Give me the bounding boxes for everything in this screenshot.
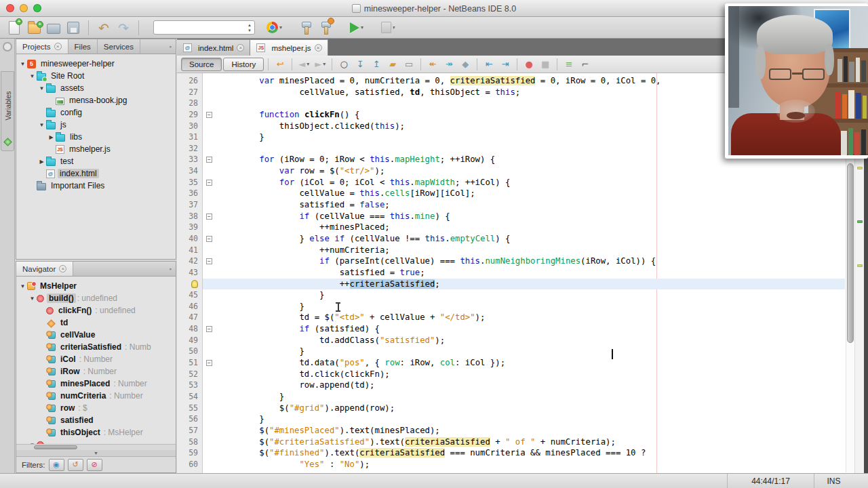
collapse-fold-icon[interactable]: − bbox=[206, 236, 212, 242]
back-button[interactable]: ◄▾ bbox=[296, 58, 311, 71]
close-icon[interactable]: × bbox=[315, 44, 322, 52]
code-text[interactable]: td = $("<td>" + cellValue + "</td>"); bbox=[219, 312, 845, 323]
hint-lightbulb-icon[interactable] bbox=[191, 280, 198, 288]
code-text[interactable]: for (iCol = 0; iCol < this.mapWidth; ++i… bbox=[219, 177, 845, 188]
collapse-fold-icon[interactable]: − bbox=[206, 258, 212, 264]
next-bookmark-button[interactable]: ↠ bbox=[441, 58, 456, 71]
code-text[interactable]: row.append(td); bbox=[219, 380, 845, 391]
save-all-button[interactable] bbox=[64, 19, 82, 37]
toggle-bookmark-button[interactable]: ◆ bbox=[458, 58, 473, 71]
code-text[interactable]: $("#minesPlaced").text(minesPlaced); bbox=[219, 425, 845, 436]
navigator-horizontal-scrollbar[interactable] bbox=[16, 444, 176, 450]
minimize-panel-button[interactable]: ▪ bbox=[165, 39, 176, 54]
minimized-window-button[interactable] bbox=[3, 42, 12, 52]
code-line-51[interactable]: 51− td.data("pos", { row: iRow, col: iCo… bbox=[177, 357, 845, 369]
project-item-index-html[interactable]: @index.html bbox=[38, 167, 176, 180]
forward-button[interactable]: ►▾ bbox=[313, 58, 328, 71]
code-fold-handle[interactable]: − bbox=[203, 154, 219, 165]
debug-project-button[interactable]: ▾ bbox=[379, 19, 397, 37]
scrollbar-thumb[interactable] bbox=[847, 163, 854, 343]
last-edit-location-button[interactable]: ↩ bbox=[273, 58, 288, 71]
open-project-button[interactable] bbox=[45, 19, 62, 37]
filter-show-inherited-button[interactable]: ↺ bbox=[68, 459, 83, 471]
code-text[interactable]: } bbox=[219, 346, 845, 357]
start-macro-recording-button[interactable]: ● bbox=[521, 58, 536, 71]
code-line-53[interactable]: 53 row.append(td); bbox=[177, 380, 845, 391]
code-fold-handle[interactable]: − bbox=[203, 357, 219, 369]
collapse-fold-icon[interactable]: − bbox=[206, 157, 212, 163]
project-item-important-files[interactable]: Important Files bbox=[28, 180, 176, 192]
code-line-58[interactable]: 58 $("#criteriaSatisfied").text(criteria… bbox=[177, 436, 845, 448]
comment-lines-button[interactable]: ≡ bbox=[561, 58, 576, 71]
variables-window-tab[interactable]: Variables bbox=[1, 71, 14, 151]
filter-show-fields-button[interactable]: ◉ bbox=[49, 459, 64, 471]
find-next-occurrence-button[interactable]: ↧ bbox=[353, 58, 368, 71]
build-project-button[interactable] bbox=[297, 19, 315, 37]
expand-arrow-icon[interactable]: ▼ bbox=[28, 73, 36, 79]
project-item-test[interactable]: ▶test bbox=[38, 155, 176, 167]
dropdown-arrow-icon[interactable]: ▾ bbox=[393, 24, 395, 30]
project-item-config[interactable]: config bbox=[38, 106, 176, 119]
stop-macro-recording-button[interactable]: ■ bbox=[538, 58, 553, 71]
navigator-item-build[interactable]: ▼build() : undefined bbox=[28, 292, 176, 304]
navigator-item-td[interactable]: td bbox=[38, 317, 176, 329]
configuration-combo[interactable]: ▲ ▼ bbox=[153, 20, 255, 35]
code-fold-handle[interactable]: − bbox=[203, 256, 219, 267]
code-line-37[interactable]: 37 satisfied = false; bbox=[177, 199, 845, 211]
uncomment-lines-button[interactable]: ⌐ bbox=[578, 58, 593, 71]
dropdown-arrow-icon[interactable]: ▾ bbox=[361, 24, 363, 30]
clean-build-project-button[interactable] bbox=[317, 19, 334, 37]
run-project-button[interactable]: ▾ bbox=[348, 19, 366, 37]
new-project-button[interactable]: + bbox=[25, 19, 43, 37]
code-line-49[interactable]: 49 td.addClass("satisfied"); bbox=[177, 335, 845, 346]
close-icon[interactable]: × bbox=[54, 43, 62, 50]
navigator-item-icol[interactable]: iCol : Number bbox=[38, 353, 176, 365]
code-text[interactable]: "Yes" : "No"); bbox=[219, 459, 845, 470]
navigator-item-numcriteria[interactable]: numCriteria : Number bbox=[38, 390, 176, 402]
error-stripe-mark[interactable] bbox=[857, 220, 863, 223]
code-line-47[interactable]: 47 td = $("<td>" + cellValue + "</td>"); bbox=[177, 312, 845, 323]
code-fold-handle[interactable]: − bbox=[203, 177, 219, 188]
navigator-item-thisobject[interactable]: thisObject : MsHelper bbox=[38, 426, 176, 439]
navigator-item-mshelper[interactable]: ▼MsHelper bbox=[19, 280, 176, 292]
project-item-assets[interactable]: ▼assets bbox=[38, 82, 176, 94]
code-line-38[interactable]: 38− if (cellValue === this.mine) { bbox=[177, 211, 845, 222]
code-fold-handle[interactable]: − bbox=[203, 109, 219, 121]
code-text[interactable]: } else if (cellValue !== this.emptyCell)… bbox=[219, 233, 845, 245]
code-text[interactable]: td.click(clickFn); bbox=[219, 369, 845, 380]
code-text[interactable]: } bbox=[219, 391, 845, 403]
code-line-50[interactable]: 50 } bbox=[177, 346, 845, 357]
project-item-mensa-book-jpg[interactable]: mensa-book.jpg bbox=[47, 94, 176, 106]
code-text[interactable]: $("#grid").append(row); bbox=[219, 403, 845, 414]
code-fold-handle[interactable]: − bbox=[203, 233, 219, 245]
dropdown-arrow-icon[interactable]: ▾ bbox=[323, 61, 326, 67]
code-line-39[interactable]: 39 ++minesPlaced; bbox=[177, 222, 845, 233]
code-line-42[interactable]: 42− if (parseInt(cellValue) === this.num… bbox=[177, 256, 845, 267]
code-line-34[interactable]: 34 var row = $("<tr/>"); bbox=[177, 165, 845, 177]
navigator-item-criteriasatisfied[interactable]: criteriaSatisfied : Numb bbox=[38, 341, 176, 353]
navigator-item-cellvalue[interactable]: cellValue bbox=[38, 329, 176, 341]
tab-projects[interactable]: Projects× bbox=[16, 39, 68, 54]
collapse-fold-icon[interactable]: − bbox=[206, 326, 212, 332]
close-button[interactable] bbox=[6, 4, 14, 12]
code-line-48[interactable]: 48− if (satisfied) { bbox=[177, 323, 845, 335]
code-fold-handle[interactable]: − bbox=[203, 323, 219, 335]
code-text[interactable]: ++minesPlaced; bbox=[219, 222, 845, 233]
code-text[interactable]: } bbox=[219, 413, 845, 425]
code-line-44[interactable]: ++criteriaSatisfied; bbox=[177, 279, 845, 290]
toggle-search-highlight-button[interactable]: ▰ bbox=[385, 58, 400, 71]
code-text[interactable]: ++criteriaSatisfied; bbox=[219, 279, 845, 290]
dropdown-arrow-icon[interactable]: ▾ bbox=[307, 61, 309, 67]
minimize-panel-button[interactable]: ▪ bbox=[165, 262, 176, 276]
expand-arrow-icon[interactable]: ▼ bbox=[38, 85, 45, 92]
navigator-item-minesplaced[interactable]: minesPlaced : Number bbox=[38, 378, 176, 390]
project-item-js[interactable]: ▼js bbox=[38, 119, 176, 131]
new-file-button[interactable]: + bbox=[5, 19, 23, 37]
expand-arrow-icon[interactable]: ▼ bbox=[19, 283, 26, 289]
source-view-button[interactable]: Source bbox=[181, 58, 222, 71]
tab-files[interactable]: Files bbox=[68, 39, 98, 54]
code-line-52[interactable]: 52 td.click(clickFn); bbox=[177, 369, 845, 380]
filter-show-non-public-button[interactable]: ⊘ bbox=[87, 459, 102, 471]
code-line-59[interactable]: 59 $("#finished").text(criteriaSatisfied… bbox=[177, 447, 845, 459]
navigator-item-row[interactable]: row : $ bbox=[38, 402, 176, 414]
